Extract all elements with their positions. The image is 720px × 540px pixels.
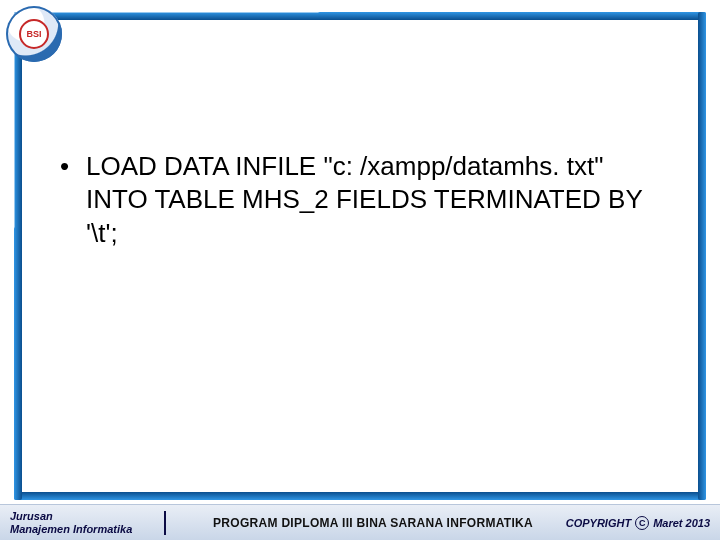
copyright-icon: C [635,516,649,530]
footer-separator [164,511,166,535]
decorative-frame [14,12,706,500]
footer-left-line2: Manajemen Informatika [10,523,132,535]
slide-content: LOAD DATA INFILE "c: /xampp/datamhs. txt… [60,150,660,250]
footer-bar: Jurusan Manajemen Informatika PROGRAM DI… [0,504,720,540]
bullet-list: LOAD DATA INFILE "c: /xampp/datamhs. txt… [60,150,660,250]
frame-corner-bottom-right [318,227,706,500]
footer-left-line1: Jurusan [10,510,132,522]
footer-center: PROGRAM DIPLOMA III BINA SARANA INFORMAT… [180,516,565,530]
footer-left: Jurusan Manajemen Informatika [10,510,148,534]
slide: BSI LOAD DATA INFILE "c: /xampp/datamhs.… [0,0,720,540]
copyright-label: COPYRIGHT [566,517,631,529]
footer-date: Maret 2013 [653,517,710,529]
logo-text: BSI [19,19,49,49]
institution-logo: BSI [6,6,62,62]
bullet-item-sql: LOAD DATA INFILE "c: /xampp/datamhs. txt… [60,150,660,250]
frame-corner-bottom-left [14,227,402,500]
footer-right: COPYRIGHT C Maret 2013 [566,516,710,530]
